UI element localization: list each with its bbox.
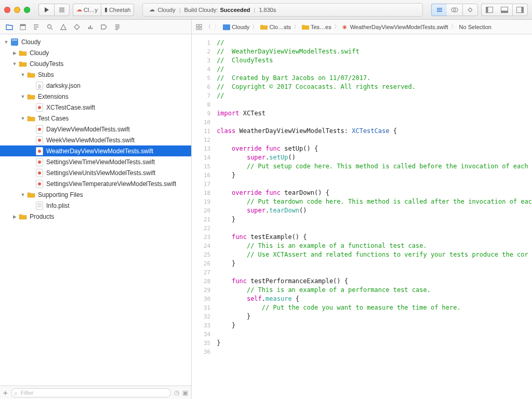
- scheme-selector[interactable]: ☁︎ Cl…y: [73, 4, 101, 16]
- svg-point-21: [38, 106, 41, 109]
- zoom-window-button[interactable]: [24, 7, 30, 13]
- tree-item-label: DayViewViewModelTests.swift: [46, 126, 130, 133]
- scm-filter-button[interactable]: ▣: [182, 389, 188, 396]
- svg-rect-17: [12, 39, 17, 41]
- svg-rect-34: [36, 202, 43, 209]
- svg-point-27: [38, 150, 41, 153]
- swift-icon: [35, 169, 44, 177]
- toggle-inspector-button[interactable]: [512, 4, 528, 16]
- tree-row[interactable]: WeekViewViewModelTests.swift: [0, 135, 191, 145]
- version-editor-button[interactable]: [462, 4, 478, 16]
- tree-row[interactable]: WeatherDayViewViewModelTests.swift: [0, 145, 191, 156]
- tree-item-label: XCTestCase.swift: [46, 104, 95, 111]
- tree-row[interactable]: SettingsViewTimeViewModelTests.swift: [0, 156, 191, 167]
- tree-item-label: Products: [30, 213, 54, 220]
- chevron-icon: 〉: [451, 23, 457, 31]
- project-tree[interactable]: ▼Cloudy▶Cloudy▼CloudyTests▼Stubs{}darksk…: [0, 34, 191, 385]
- forward-button[interactable]: 〉: [213, 23, 221, 31]
- source-editor[interactable]: 1234567891011121314151617181920212223242…: [192, 34, 532, 399]
- tree-row[interactable]: SettingsViewUnitsViewModelTests.swift: [0, 167, 191, 178]
- activity-view[interactable]: ☁︎ Cloudy | Build Cloudy: Succeeded | 1.…: [142, 3, 423, 17]
- navigator-selector-bar: [0, 20, 191, 34]
- tree-item-label: Supporting Files: [38, 191, 83, 198]
- tree-row[interactable]: ▶Products: [0, 211, 191, 222]
- disclosure-triangle[interactable]: ▼: [3, 39, 9, 45]
- standard-editor-button[interactable]: [431, 4, 447, 16]
- tree-row[interactable]: {}darksky.json: [0, 80, 191, 91]
- source-control-navigator-tab[interactable]: [17, 21, 29, 33]
- assistant-editor-button[interactable]: [447, 4, 462, 16]
- tree-item-label: Cloudy: [30, 49, 49, 57]
- disclosure-triangle[interactable]: ▼: [20, 116, 26, 121]
- svg-point-31: [38, 171, 41, 175]
- close-window-button[interactable]: [4, 7, 10, 13]
- tree-row[interactable]: Info.plist: [0, 200, 191, 211]
- tree-row[interactable]: ▼CloudyTests: [0, 58, 191, 69]
- tree-row[interactable]: SettingsViewTemperatureViewModelTests.sw…: [0, 178, 191, 189]
- filter-field[interactable]: ⌕ Filter: [11, 388, 171, 397]
- disclosure-triangle[interactable]: ▼: [20, 192, 26, 197]
- destination-selector[interactable]: ▮ Cheetah: [101, 4, 135, 16]
- toggle-debug-area-button[interactable]: [497, 4, 512, 16]
- breadcrumb-project[interactable]: Cloudy: [222, 24, 250, 30]
- filter-placeholder: Filter: [21, 390, 33, 396]
- disclosure-triangle[interactable]: ▼: [20, 94, 26, 99]
- swift-icon: [35, 147, 44, 155]
- svg-rect-9: [522, 7, 524, 12]
- toggle-navigator-button[interactable]: [481, 4, 497, 16]
- device-label: Cheetah: [109, 7, 131, 13]
- breadcrumb-group[interactable]: Clo…sts: [259, 24, 292, 30]
- proj-icon: [10, 38, 19, 46]
- tree-row[interactable]: ▼Extensions: [0, 91, 191, 102]
- status-app: Cloudy: [157, 7, 175, 13]
- svg-point-29: [38, 161, 41, 164]
- line-gutter[interactable]: 1234567891011121314151617181920212223242…: [192, 34, 214, 399]
- tree-row[interactable]: ▶Cloudy: [0, 47, 191, 58]
- debug-navigator-tab[interactable]: [84, 21, 97, 33]
- chevron-icon: 〉: [252, 23, 258, 31]
- editor-area: 〈 〉 Cloudy 〉 Clo…sts 〉 Tes…es 〉 ◉Weather…: [192, 20, 532, 399]
- svg-rect-38: [200, 28, 202, 30]
- disclosure-triangle[interactable]: ▶: [11, 214, 18, 219]
- minimize-window-button[interactable]: [14, 7, 20, 13]
- app-icon: ☁︎: [148, 6, 155, 14]
- test-navigator-tab[interactable]: [71, 21, 83, 33]
- symbol-navigator-tab[interactable]: [30, 21, 43, 33]
- tree-row[interactable]: ▼Test Cases: [0, 113, 191, 124]
- tree-item-label: WeekViewViewModelTests.swift: [46, 137, 135, 144]
- tree-row[interactable]: XCTestCase.swift: [0, 102, 191, 113]
- tree-row[interactable]: DayViewViewModelTests.swift: [0, 124, 191, 135]
- search-icon: ⌕: [14, 390, 18, 396]
- disclosure-triangle[interactable]: ▼: [11, 61, 18, 66]
- svg-rect-35: [196, 24, 198, 26]
- report-navigator-tab[interactable]: [111, 21, 124, 33]
- issue-navigator-tab[interactable]: [57, 21, 70, 33]
- tree-row[interactable]: ▼Cloudy: [0, 36, 191, 47]
- run-button[interactable]: [38, 4, 54, 16]
- svg-rect-39: [223, 24, 230, 30]
- disclosure-triangle[interactable]: ▶: [11, 50, 18, 56]
- breadcrumb-group[interactable]: Tes…es: [301, 24, 332, 30]
- breadcrumb-symbol[interactable]: No Selection: [458, 24, 493, 30]
- tree-row[interactable]: ▼Supporting Files: [0, 189, 191, 200]
- disclosure-triangle[interactable]: ▼: [20, 72, 26, 77]
- tree-item-label: Stubs: [38, 71, 54, 78]
- breakpoint-navigator-tab[interactable]: [98, 21, 110, 33]
- navigator-filter-bar: + ⌕ Filter ◷ ▣: [0, 385, 191, 399]
- breadcrumb-file[interactable]: ◉WeatherDayViewViewModelTests.swift: [341, 24, 449, 30]
- folder-icon: [27, 71, 35, 79]
- tree-item-label: Info.plist: [46, 202, 70, 209]
- code-text[interactable]: //// WeatherDayViewViewModelTests.swift/…: [214, 34, 532, 399]
- find-navigator-tab[interactable]: [44, 21, 56, 33]
- add-button[interactable]: +: [3, 388, 8, 397]
- recent-filter-button[interactable]: ◷: [174, 389, 179, 396]
- svg-rect-7: [501, 10, 508, 12]
- tree-row[interactable]: ▼Stubs: [0, 69, 191, 80]
- folder-icon: [27, 191, 35, 199]
- tree-item-label: CloudyTests: [30, 60, 63, 68]
- project-navigator-tab[interactable]: [3, 21, 16, 33]
- back-button[interactable]: 〈: [204, 23, 212, 31]
- related-items-button[interactable]: [195, 24, 203, 30]
- stop-button[interactable]: [54, 4, 70, 16]
- jump-bar[interactable]: 〈 〉 Cloudy 〉 Clo…sts 〉 Tes…es 〉 ◉Weather…: [192, 20, 532, 34]
